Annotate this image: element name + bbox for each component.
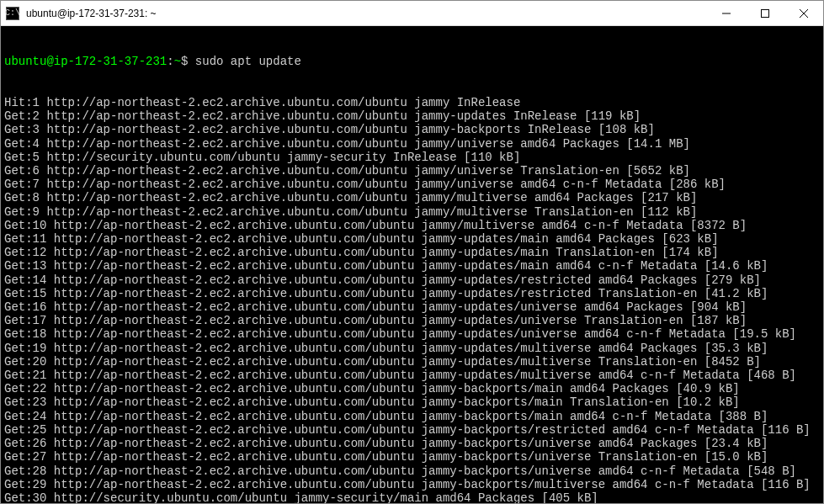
terminal-output: Hit:1 http://ap-northeast-2.ec2.archive.… [4, 96, 820, 503]
output-line: Get:4 http://ap-northeast-2.ec2.archive.… [4, 137, 820, 151]
output-line: Get:2 http://ap-northeast-2.ec2.archive.… [4, 109, 820, 123]
terminal-window: C:\ ubuntu@ip-172-31-37-231: ~ ubuntu@ip… [0, 0, 824, 504]
output-line: Get:16 http://ap-northeast-2.ec2.archive… [4, 300, 820, 314]
prompt-command: sudo apt update [195, 55, 301, 68]
minimize-icon [722, 9, 731, 18]
output-line: Get:24 http://ap-northeast-2.ec2.archive… [4, 410, 820, 423]
output-line: Get:28 http://ap-northeast-2.ec2.archive… [4, 464, 820, 478]
terminal-icon: C:\ [6, 7, 19, 20]
output-line: Get:26 http://ap-northeast-2.ec2.archive… [4, 437, 820, 450]
terminal-body[interactable]: ubuntu@ip-172-31-37-231:~$ sudo apt upda… [1, 26, 823, 503]
titlebar[interactable]: C:\ ubuntu@ip-172-31-37-231: ~ [1, 1, 823, 26]
maximize-icon [761, 9, 769, 18]
output-line: Get:30 http://security.ubuntu.com/ubuntu… [4, 491, 820, 503]
output-line: Get:12 http://ap-northeast-2.ec2.archive… [4, 246, 820, 259]
prompt-dollar: $ [181, 55, 188, 68]
output-line: Get:19 http://ap-northeast-2.ec2.archive… [4, 342, 820, 355]
minimize-button[interactable] [707, 1, 746, 25]
output-line: Get:11 http://ap-northeast-2.ec2.archive… [4, 232, 820, 246]
output-line: Get:6 http://ap-northeast-2.ec2.archive.… [4, 164, 820, 178]
prompt-path: ~ [174, 55, 181, 68]
output-line: Get:18 http://ap-northeast-2.ec2.archive… [4, 327, 820, 341]
output-line: Get:10 http://ap-northeast-2.ec2.archive… [4, 219, 820, 232]
output-line: Get:22 http://ap-northeast-2.ec2.archive… [4, 382, 820, 395]
output-line: Get:29 http://ap-northeast-2.ec2.archive… [4, 478, 820, 491]
prompt-line: ubuntu@ip-172-31-37-231:~$ sudo apt upda… [4, 55, 820, 68]
output-line: Hit:1 http://ap-northeast-2.ec2.archive.… [4, 96, 820, 109]
output-line: Get:23 http://ap-northeast-2.ec2.archive… [4, 395, 820, 409]
output-line: Get:14 http://ap-northeast-2.ec2.archive… [4, 273, 820, 287]
window-controls [707, 1, 823, 25]
svg-rect-1 [762, 9, 769, 17]
output-line: Get:17 http://ap-northeast-2.ec2.archive… [4, 314, 820, 327]
output-line: Get:5 http://security.ubuntu.com/ubuntu … [4, 151, 820, 164]
output-line: Get:15 http://ap-northeast-2.ec2.archive… [4, 287, 820, 300]
prompt-sep: : [167, 55, 173, 68]
prompt-userhost: ubuntu@ip-172-31-37-231 [4, 55, 167, 68]
output-line: Get:9 http://ap-northeast-2.ec2.archive.… [4, 205, 820, 219]
output-line: Get:27 http://ap-northeast-2.ec2.archive… [4, 450, 820, 464]
output-line: Get:25 http://ap-northeast-2.ec2.archive… [4, 423, 820, 437]
output-line: Get:3 http://ap-northeast-2.ec2.archive.… [4, 123, 820, 136]
output-line: Get:21 http://ap-northeast-2.ec2.archive… [4, 369, 820, 382]
output-line: Get:20 http://ap-northeast-2.ec2.archive… [4, 355, 820, 369]
output-line: Get:7 http://ap-northeast-2.ec2.archive.… [4, 178, 820, 191]
output-line: Get:8 http://ap-northeast-2.ec2.archive.… [4, 191, 820, 204]
maximize-button[interactable] [746, 1, 784, 25]
output-line: Get:13 http://ap-northeast-2.ec2.archive… [4, 259, 820, 273]
close-icon [800, 9, 808, 18]
window-title: ubuntu@ip-172-31-37-231: ~ [24, 8, 707, 19]
close-button[interactable] [784, 1, 823, 25]
